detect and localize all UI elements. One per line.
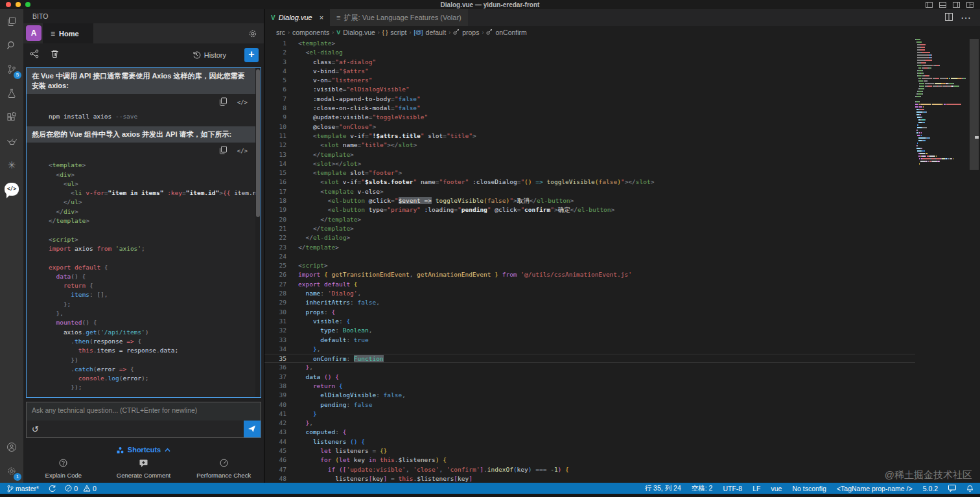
code-line: 38 return { (264, 382, 915, 391)
openai-icon[interactable]: ✳ (0, 153, 23, 177)
code-line: 7 :modal-append-to-body="false" (264, 95, 915, 104)
sync-icon[interactable] (48, 485, 56, 492)
tab-extension-volar[interactable]: ≡ 扩展: Vue Language Features (Volar) (330, 9, 468, 26)
chat-container: 在 Vue 中调用 API 接口通常需要使用 Axios 这样的库，因此您需要安… (26, 67, 261, 398)
code-line: 27export default { (264, 280, 915, 289)
copy-code-icon[interactable] (219, 145, 227, 157)
shortcut-explain-code[interactable]: Explain Code (23, 459, 104, 479)
breadcrumb-src[interactable]: src (276, 29, 285, 36)
scrollbar-slider[interactable] (970, 39, 979, 170)
copy-code-icon[interactable] (219, 97, 227, 108)
code-line: </template> (37, 216, 255, 225)
code-line: <script> (37, 235, 255, 244)
tab-dialog-vue[interactable]: V Dialog.vue × (264, 9, 330, 26)
close-window-button[interactable] (6, 2, 11, 7)
settings-gear-icon[interactable]: 1 (0, 459, 23, 483)
close-tab-icon[interactable]: × (320, 14, 323, 21)
code-line: this.items = response.data; (37, 346, 255, 355)
insert-code-icon[interactable]: </> (237, 99, 248, 106)
tsconfig-indicator[interactable]: No tsconfig (792, 485, 826, 492)
toggle-secondary-sidebar-icon[interactable] (953, 1, 960, 8)
breadcrumb-onconfirm[interactable]: onConfirm (495, 29, 526, 36)
history-button[interactable]: History (192, 51, 226, 59)
code-line: return { (37, 281, 255, 290)
files-icon[interactable] (0, 9, 23, 33)
code-line: 16 <slot v-if="$slots.footer" name="foot… (264, 178, 915, 187)
breadcrumb-components[interactable]: components (292, 29, 329, 36)
shortcuts-header[interactable]: Shortcuts (23, 446, 264, 454)
code-line: 18 <el-button @click="$event => toggleVi… (264, 196, 915, 205)
breadcrumb-default[interactable]: default (426, 29, 447, 36)
bito-icon[interactable]: </> (0, 177, 23, 201)
insert-code-icon[interactable]: </> (237, 148, 248, 154)
share-icon[interactable] (30, 49, 39, 61)
minimap[interactable] (915, 39, 968, 166)
scm-badge: 5 (14, 71, 21, 79)
code-line: axios.get('/api/items') (37, 328, 255, 337)
code-line: 4 v-bind="$attrs" (264, 67, 915, 76)
code-line: 3 class="af-dialog" (264, 58, 915, 67)
zoom-window-button[interactable] (25, 2, 30, 7)
code-line: 28 name: 'Dialog', (264, 289, 915, 298)
breadcrumb-file[interactable]: Dialog.vue (343, 29, 375, 36)
account-icon[interactable] (0, 435, 23, 459)
shortcut-generate-comment[interactable]: Generate Comment (104, 459, 184, 479)
send-button[interactable] (244, 421, 261, 437)
feedback-icon[interactable] (948, 485, 956, 492)
source-control-icon[interactable]: 5 (0, 57, 23, 81)
code-line: 44 listeners () { (264, 437, 915, 446)
bito-header: A ≡ Home (23, 23, 264, 43)
extensions-icon[interactable] (0, 105, 23, 129)
title-bar: Dialog.vue — yidun-eredar-front (0, 0, 980, 9)
code-area[interactable]: 1<template>2 <el-dialog3 class="af-dialo… (264, 39, 915, 483)
problems-indicator[interactable]: 0 0 (65, 485, 97, 492)
chat-code-1: npm install axios --save (27, 111, 255, 126)
branch-indicator[interactable]: master* (6, 485, 39, 492)
split-editor-icon[interactable] (945, 12, 953, 23)
lamp-icon[interactable] (0, 129, 23, 153)
minimap-line (915, 163, 968, 166)
breadcrumb-script[interactable]: script (390, 29, 406, 36)
breadcrumb-props[interactable]: props (462, 29, 479, 36)
eol-sequence[interactable]: LF (752, 485, 760, 492)
language-mode[interactable]: vue (771, 485, 782, 492)
code-line: 37 data () { (264, 373, 915, 382)
code-line: </div> (37, 207, 255, 216)
branch-name: master* (16, 485, 39, 492)
warning-count: 0 (93, 485, 97, 492)
tab-home[interactable]: ≡ Home (43, 23, 93, 43)
undo-icon[interactable]: ↺ (32, 424, 39, 434)
editor-scrollbar[interactable] (968, 39, 980, 483)
tagname-helper[interactable]: <TagName prop-name /> (837, 485, 913, 492)
encoding[interactable]: UTF-8 (723, 485, 742, 492)
code-line: 40 pending: false (264, 400, 915, 410)
new-chat-button[interactable]: + (244, 48, 259, 62)
code-line: 31 visible: { (264, 317, 915, 326)
chat-code-block: </> <template> <div> <ul> <li v-for="ite… (27, 143, 255, 397)
shortcut-performance-check[interactable]: Performance Check (183, 459, 264, 479)
code-line: 8 :close-on-click-modal="false" (264, 104, 915, 113)
chat-scrollbar[interactable] (256, 69, 260, 217)
indentation[interactable]: 空格: 2 (692, 484, 713, 493)
search-icon[interactable] (0, 33, 23, 57)
code-line: }; (37, 300, 255, 309)
bito-settings-gear-icon[interactable] (248, 23, 264, 43)
extension-version[interactable]: 5.0.2 (923, 485, 938, 492)
code-line: 48 listeners[key] = this.$listeners[key] (264, 474, 915, 483)
toggle-sidebar-icon[interactable] (926, 1, 933, 8)
code-line: 47 if (['update:visible', 'close', 'conf… (264, 465, 915, 474)
cursor-position[interactable]: 行 35, 列 24 (645, 484, 681, 493)
toggle-panel-icon[interactable] (939, 1, 946, 8)
minimize-window-button[interactable] (16, 2, 21, 7)
trash-icon[interactable] (51, 49, 59, 61)
more-actions-icon[interactable]: ⋯ (961, 12, 971, 24)
notifications-bell-icon[interactable] (966, 485, 974, 492)
customize-layout-icon[interactable] (966, 1, 974, 8)
code-line: 14 <slot></slot> (264, 159, 915, 168)
breadcrumb: src› components› V Dialog.vue› { } scrip… (264, 26, 980, 39)
code-line: 13 </template> (264, 150, 915, 159)
shortcut-label: Generate Comment (117, 472, 170, 479)
code-line: 43 computed: { (264, 428, 915, 437)
testing-icon[interactable] (0, 81, 23, 105)
question-input[interactable]: Ask any technical question... (CTRL+Ente… (27, 402, 261, 421)
